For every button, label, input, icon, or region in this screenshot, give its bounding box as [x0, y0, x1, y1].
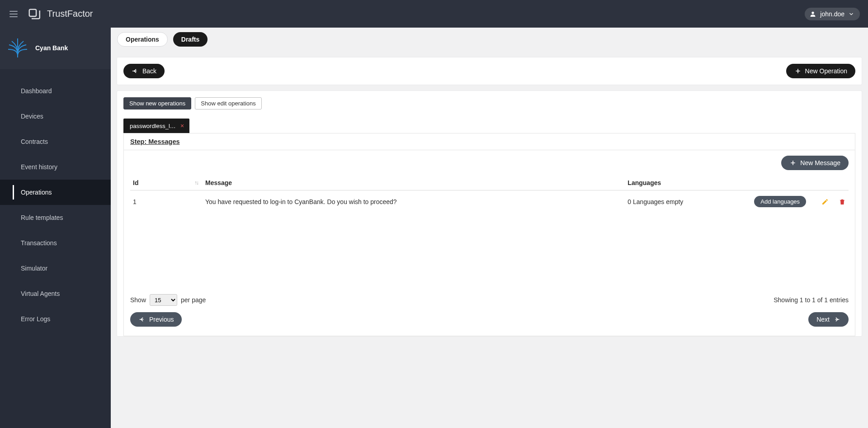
arrow-right-icon: [833, 316, 840, 323]
nav: DashboardDevicesContractsEvent historyOp…: [0, 69, 111, 332]
chevron-down-icon: [848, 11, 854, 17]
app-logo-icon: [26, 6, 42, 22]
editor-panel: Show new operations Show edit operations…: [117, 91, 862, 336]
svg-rect-0: [29, 9, 36, 16]
tab-operations[interactable]: Operations: [117, 32, 168, 47]
plus-icon: [789, 159, 797, 166]
page-tabs: Operations Drafts: [111, 28, 868, 51]
entries-info: Showing 1 to 1 of 1 entries: [774, 296, 849, 304]
new-message-button[interactable]: New Message: [781, 156, 849, 170]
operation-tabs: passwordless_l… ×: [117, 109, 862, 133]
col-message[interactable]: Message: [203, 176, 625, 190]
show-new-operations-button[interactable]: Show new operations: [123, 97, 191, 109]
action-bar: Back New Operation: [117, 57, 862, 85]
step-frame: Step: Messages New Message Id ↑↓ Message: [123, 133, 855, 336]
main: Operations Drafts Back New Operation Sho…: [111, 28, 868, 428]
sidebar-item-devices[interactable]: Devices: [0, 104, 111, 129]
close-icon[interactable]: ×: [180, 123, 184, 129]
app-title: TrustFactor: [47, 9, 93, 19]
operation-tab[interactable]: passwordless_l… ×: [123, 119, 189, 133]
menu-toggle-button[interactable]: [5, 6, 22, 22]
operation-tab-label: passwordless_l…: [130, 123, 176, 129]
per-page-label: per page: [181, 296, 206, 304]
cell-message: You have requested to log-in to CyanBank…: [203, 190, 625, 213]
back-button[interactable]: Back: [123, 64, 165, 78]
col-id[interactable]: Id ↑↓: [130, 176, 203, 190]
new-operation-button[interactable]: New Operation: [786, 64, 855, 78]
cell-id: 1: [130, 190, 203, 213]
topbar: TrustFactor john.doe: [0, 0, 868, 28]
tab-drafts[interactable]: Drafts: [173, 32, 208, 47]
svg-point-1: [812, 11, 814, 14]
col-languages[interactable]: Languages: [625, 176, 751, 190]
previous-button[interactable]: Previous: [130, 312, 182, 327]
edit-icon[interactable]: [821, 198, 829, 205]
plus-icon: [794, 67, 802, 75]
show-edit-operations-button[interactable]: Show edit operations: [195, 97, 261, 109]
sidebar-item-event-history[interactable]: Event history: [0, 154, 111, 180]
user-name: john.doe: [820, 10, 844, 18]
filter-row: Show new operations Show edit operations: [117, 91, 862, 109]
person-icon: [809, 10, 816, 18]
org-name: Cyan Bank: [35, 44, 68, 52]
user-menu[interactable]: john.doe: [805, 8, 860, 20]
show-label: Show: [130, 296, 146, 304]
sidebar-item-contracts[interactable]: Contracts: [0, 129, 111, 154]
sidebar-item-dashboard[interactable]: Dashboard: [0, 78, 111, 104]
delete-icon[interactable]: [839, 198, 846, 205]
arrow-left-icon: [138, 316, 146, 323]
next-button[interactable]: Next: [808, 312, 849, 327]
sidebar-item-rule-templates[interactable]: Rule templates: [0, 205, 111, 230]
sort-icon: ↑↓: [194, 180, 198, 186]
sidebar-item-error-logs[interactable]: Error Logs: [0, 306, 111, 332]
page-nav: Previous Next: [124, 312, 855, 336]
add-languages-button[interactable]: Add languages: [754, 196, 806, 207]
messages-table: Id ↑↓ Message Languages 1 You have reque…: [130, 176, 849, 213]
org-header: Cyan Bank: [0, 28, 111, 69]
sidebar-item-operations[interactable]: Operations: [0, 180, 111, 205]
sidebar-item-transactions[interactable]: Transactions: [0, 230, 111, 256]
sidebar-item-simulator[interactable]: Simulator: [0, 256, 111, 281]
cell-languages: 0 Languages empty: [625, 190, 751, 213]
org-logo-icon: [6, 37, 29, 59]
step-title: Step: Messages: [124, 133, 855, 150]
sidebar-item-virtual-agents[interactable]: Virtual Agents: [0, 281, 111, 306]
table-row: 1 You have requested to log-in to CyanBa…: [130, 190, 849, 213]
page-size-select[interactable]: 15: [150, 294, 177, 306]
pager: Show 15 per page Showing 1 to 1 of 1 ent…: [124, 290, 855, 312]
sidebar: Cyan Bank DashboardDevicesContractsEvent…: [0, 28, 111, 428]
arrow-left-icon: [132, 67, 139, 75]
brand: TrustFactor: [26, 6, 93, 22]
